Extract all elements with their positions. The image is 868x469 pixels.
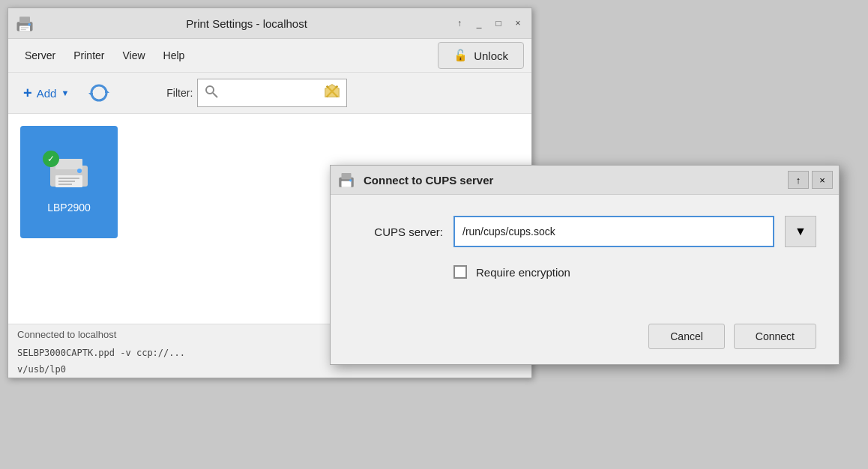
add-chevron-icon: ▼ (61, 88, 69, 97)
svg-marker-6 (105, 88, 109, 93)
svg-point-5 (28, 23, 31, 26)
status-text: Connected to localhost (17, 329, 116, 340)
svg-line-9 (213, 93, 217, 97)
svg-rect-2 (19, 26, 30, 31)
check-icon: ✓ (47, 154, 55, 164)
dialog-up-btn[interactable]: ↑ (788, 171, 809, 189)
svg-rect-13 (58, 178, 79, 179)
menu-server[interactable]: Server (16, 46, 64, 64)
up-btn[interactable]: ↑ (452, 16, 467, 31)
window-icon (14, 13, 35, 34)
printer-name: LBP2900 (47, 202, 91, 214)
close-btn[interactable]: × (510, 16, 525, 31)
menu-view[interactable]: View (113, 46, 154, 64)
dialog-icon (337, 170, 356, 190)
svg-rect-14 (58, 181, 75, 182)
svg-rect-1 (19, 16, 30, 23)
svg-point-16 (77, 169, 82, 173)
require-encryption-row: Require encryption (453, 265, 816, 279)
printer-icon-wrap: ✓ (43, 151, 95, 196)
maximize-btn[interactable]: □ (491, 16, 506, 31)
dialog-connect-cups: Connect to CUPS server ↑ × CUPS server: … (330, 165, 840, 365)
minimize-btn[interactable]: _ (471, 16, 486, 31)
printer-item-lbp2900[interactable]: ✓ LBP2900 (20, 126, 118, 238)
window-controls: ↑ _ □ × (452, 16, 525, 31)
require-encryption-label: Require encryption (476, 266, 570, 279)
filter-input-box[interactable] (197, 79, 347, 107)
filter-search-icon (204, 84, 219, 102)
svg-rect-3 (21, 27, 29, 28)
svg-rect-18 (342, 173, 352, 179)
menu-bar: Server Printer View Help 🔓 Unlock (8, 39, 531, 73)
status-indicator: ✓ (43, 151, 59, 167)
svg-point-20 (349, 179, 352, 181)
add-button[interactable]: + Add ▼ (16, 80, 76, 106)
filter-label: Filter: (166, 87, 193, 99)
refresh-button[interactable] (85, 79, 112, 106)
title-bar: Print Settings - localhost ↑ _ □ × (8, 8, 531, 39)
menu-help[interactable]: Help (154, 46, 194, 64)
svg-point-8 (206, 86, 214, 94)
add-icon: + (23, 85, 32, 102)
dialog-content: CUPS server: ▼ Require encryption (331, 195, 839, 316)
dialog-close-btn[interactable]: × (812, 171, 833, 189)
toolbar: + Add ▼ Filter: (8, 73, 531, 114)
cups-server-input[interactable] (453, 216, 774, 247)
cups-server-row: CUPS server: ▼ (353, 216, 816, 247)
add-label: Add (37, 87, 57, 100)
unlock-label: Unlock (474, 49, 508, 62)
svg-rect-11 (55, 159, 82, 169)
unlock-button[interactable]: 🔓 Unlock (438, 42, 524, 69)
dialog-title: Connect to CUPS server (364, 174, 788, 187)
cancel-button[interactable]: Cancel (648, 324, 725, 349)
require-encryption-checkbox[interactable] (453, 265, 467, 279)
svg-rect-19 (342, 181, 352, 187)
filter-area: Filter: (166, 79, 347, 107)
dropdown-chevron-icon: ▼ (795, 225, 807, 238)
svg-rect-15 (58, 184, 72, 185)
dialog-footer: Cancel Connect (331, 316, 839, 364)
menu-printer[interactable]: Printer (64, 46, 113, 64)
cups-dropdown-button[interactable]: ▼ (785, 216, 816, 247)
lock-icon: 🔓 (453, 49, 468, 62)
filter-clear-icon[interactable] (324, 83, 340, 103)
dialog-title-bar: Connect to CUPS server ↑ × (331, 166, 839, 195)
window-title: Print Settings - localhost (41, 17, 452, 30)
dialog-controls: ↑ × (788, 171, 833, 189)
cups-server-label: CUPS server: (353, 226, 443, 238)
svg-rect-4 (21, 29, 26, 30)
connect-button[interactable]: Connect (734, 324, 816, 349)
